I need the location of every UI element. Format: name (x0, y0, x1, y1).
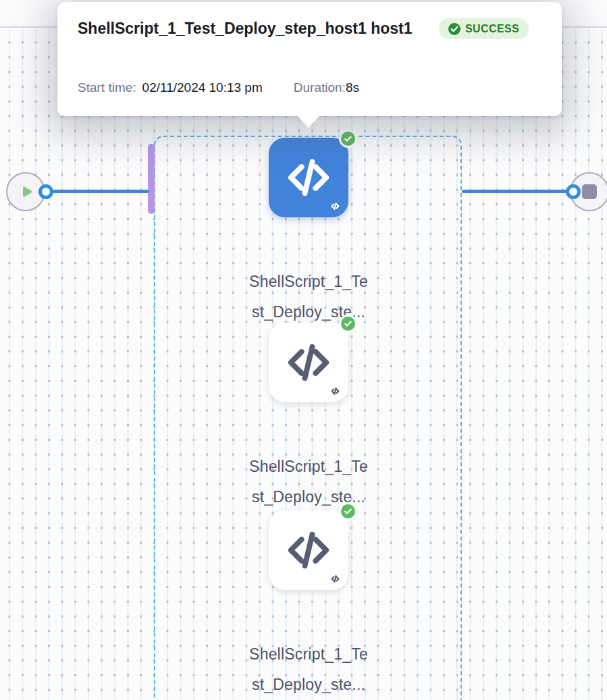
tooltip-meta: Start time: 02/11/2024 10:13 pm Duration… (78, 80, 359, 95)
success-check-icon (339, 130, 357, 148)
step-node-3[interactable] (269, 510, 348, 590)
stage-progress-bar (148, 144, 155, 214)
duration-label: Duration: (294, 80, 346, 95)
connector-line-left (53, 190, 149, 193)
code-mini-icon (329, 386, 341, 396)
tooltip-title: ShellScript_1_Test_Deploy_step_host1 hos… (78, 14, 413, 43)
code-icon (282, 336, 335, 389)
stage-boundary (154, 136, 462, 700)
connector-line-right (462, 190, 568, 193)
success-check-icon (339, 502, 357, 520)
start-time-label: Start time: (78, 80, 136, 95)
step-label-line: ShellScript_1_Te (214, 452, 403, 482)
step-label-1: ShellScript_1_Te st_Deploy_ste... (214, 267, 403, 327)
duration-value: 8s (346, 80, 359, 95)
start-time-value: 02/11/2024 10:13 pm (142, 80, 263, 95)
step-label-line: st_Deploy_ste... (214, 482, 403, 512)
code-icon (282, 151, 335, 204)
pipeline-execution-screen: ShellScript_1_Te st_Deploy_ste... (0, 0, 607, 700)
code-mini-icon (329, 574, 341, 584)
tooltip-pointer (297, 115, 320, 128)
step-tooltip: ShellScript_1_Test_Deploy_step_host1 hos… (57, 2, 562, 116)
step-node-2[interactable] (269, 323, 348, 402)
connector-port-left (38, 184, 53, 199)
status-badge: SUCCESS (439, 18, 529, 39)
execution-graph-canvas[interactable]: ShellScript_1_Te st_Deploy_ste... (0, 29, 607, 700)
code-icon (282, 524, 335, 576)
stop-icon (582, 184, 597, 199)
step-label-line: st_Deploy_ste... (214, 670, 403, 700)
step-node-1[interactable] (269, 138, 348, 217)
play-icon (18, 183, 36, 200)
step-label-3: ShellScript_1_Te st_Deploy_ste... (214, 639, 403, 700)
check-circle-icon (448, 23, 460, 35)
success-check-icon (339, 315, 357, 333)
connector-port-right (566, 184, 581, 199)
step-label-2: ShellScript_1_Te st_Deploy_ste... (214, 452, 403, 512)
step-label-line: ShellScript_1_Te (214, 639, 403, 670)
code-mini-icon (329, 201, 341, 211)
step-label-line: ShellScript_1_Te (214, 267, 403, 297)
status-badge-label: SUCCESS (465, 23, 519, 35)
